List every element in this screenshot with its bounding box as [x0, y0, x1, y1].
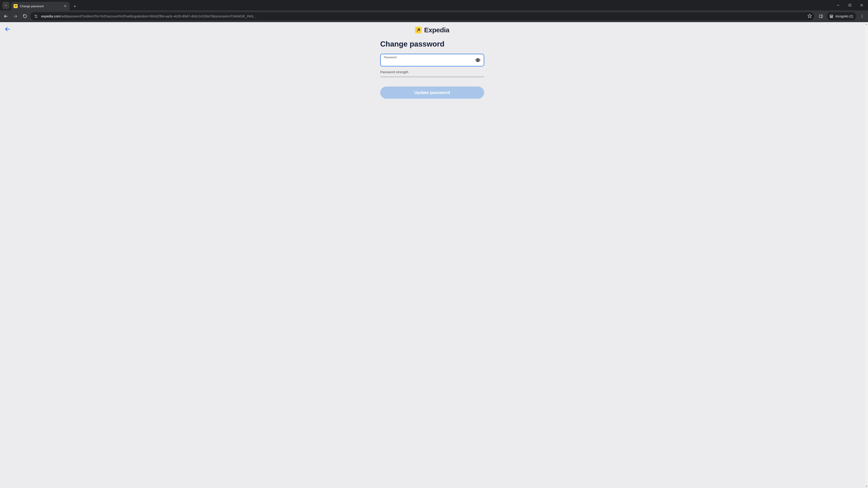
brand-logo	[415, 27, 422, 33]
url-domain: expedia.com	[41, 14, 60, 18]
nav-back-button[interactable]	[2, 12, 10, 20]
update-password-button[interactable]: Update password	[380, 87, 484, 99]
scrollbar-down-arrow-icon[interactable]: ▼	[865, 484, 868, 488]
browser-tabstrip: Change password ✕ ＋	[0, 0, 868, 10]
url-text: expedia.com/addpassword?redirectTo=%2Fac…	[41, 14, 805, 18]
bookmark-button[interactable]	[807, 13, 812, 19]
chrome-menu-button[interactable]	[858, 12, 866, 20]
close-icon	[860, 4, 863, 6]
window-close-button[interactable]	[857, 2, 867, 9]
incognito-indicator[interactable]: Incognito (2)	[827, 12, 856, 20]
svg-line-21	[417, 29, 420, 31]
panel-icon	[819, 14, 823, 18]
browser-toolbar: expedia.com/addpassword?redirectTo=%2Fac…	[0, 10, 868, 22]
window-minimize-button[interactable]	[833, 2, 843, 9]
change-password-form: Change password Password Password streng…	[380, 40, 484, 99]
password-field[interactable]: Password	[380, 54, 484, 66]
arrow-right-icon	[13, 14, 18, 19]
tab-title: Change password	[20, 4, 61, 8]
page-title: Change password	[380, 40, 484, 48]
svg-point-14	[830, 17, 831, 18]
maximize-icon	[848, 4, 851, 6]
svg-line-0	[15, 5, 16, 7]
site-info-button[interactable]	[33, 13, 39, 19]
svg-point-17	[862, 15, 863, 15]
window-maximize-button[interactable]	[845, 2, 855, 9]
reload-icon	[23, 14, 27, 18]
tab-search-button[interactable]	[2, 2, 9, 9]
arrow-up-right-icon	[416, 28, 421, 32]
password-label: Password	[384, 56, 473, 59]
incognito-icon	[829, 14, 834, 19]
password-input[interactable]	[384, 59, 473, 64]
svg-point-10	[36, 17, 37, 18]
svg-rect-12	[819, 15, 823, 18]
window-controls	[833, 0, 867, 10]
arrow-left-icon	[4, 26, 10, 32]
svg-point-19	[862, 17, 863, 18]
star-icon	[807, 13, 812, 18]
page-viewport: Expedia Change password Password Passwor…	[0, 22, 868, 488]
vertical-scrollbar[interactable]: ▲ ▼	[864, 22, 868, 488]
tab-close-button[interactable]: ✕	[63, 4, 67, 8]
nav-forward-button[interactable]	[11, 12, 20, 20]
nav-reload-button[interactable]	[21, 12, 29, 20]
eye-icon	[475, 57, 480, 63]
minimize-icon	[837, 4, 839, 6]
brand-header: Expedia	[0, 26, 864, 34]
page-back-button[interactable]	[4, 26, 11, 33]
side-panel-button[interactable]	[817, 12, 825, 20]
svg-point-22	[477, 59, 478, 61]
omnibox[interactable]: expedia.com/addpassword?redirectTo=%2Fac…	[30, 12, 814, 20]
toggle-password-visibility-button[interactable]	[474, 57, 482, 64]
browser-tab-active[interactable]: Change password ✕	[11, 2, 70, 10]
brand-name: Expedia	[424, 26, 450, 34]
svg-point-8	[35, 15, 36, 15]
svg-rect-2	[849, 4, 851, 6]
scrollbar-up-arrow-icon[interactable]: ▲	[865, 22, 868, 26]
incognito-label: Incognito (2)	[835, 14, 853, 18]
new-tab-button[interactable]: ＋	[71, 3, 78, 9]
svg-point-18	[862, 16, 863, 17]
svg-marker-11	[808, 14, 812, 18]
password-strength-label: Password strength	[380, 70, 484, 74]
url-path: /addpassword?redirectTo=%2Faccount%2Fset…	[60, 14, 257, 18]
chevron-down-icon	[4, 4, 7, 7]
tab-favicon	[13, 4, 18, 8]
svg-point-15	[832, 17, 833, 18]
arrow-left-icon	[4, 14, 8, 19]
kebab-icon	[860, 14, 864, 18]
tune-icon	[34, 14, 38, 18]
password-strength-meter	[380, 76, 484, 77]
